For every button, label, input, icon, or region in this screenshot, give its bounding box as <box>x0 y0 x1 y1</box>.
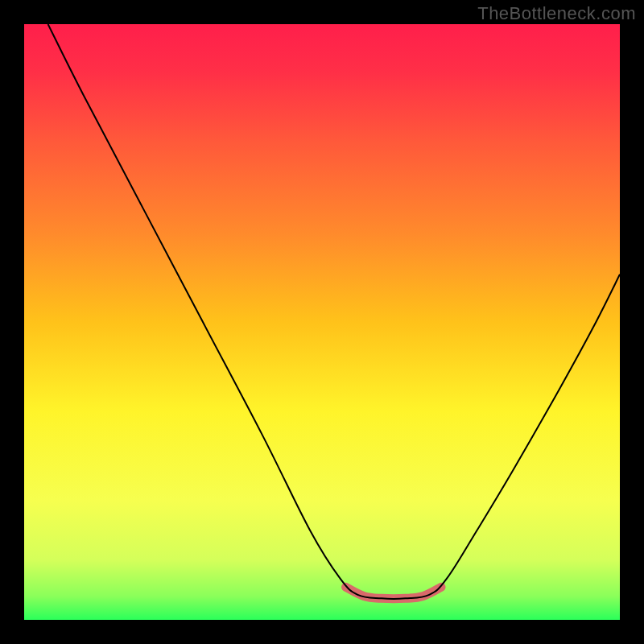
watermark-label: TheBottleneck.com <box>477 3 636 24</box>
gradient-background <box>24 24 620 620</box>
chart-svg <box>24 24 620 620</box>
plot-area <box>24 24 620 620</box>
chart-frame: TheBottleneck.com <box>0 0 644 644</box>
